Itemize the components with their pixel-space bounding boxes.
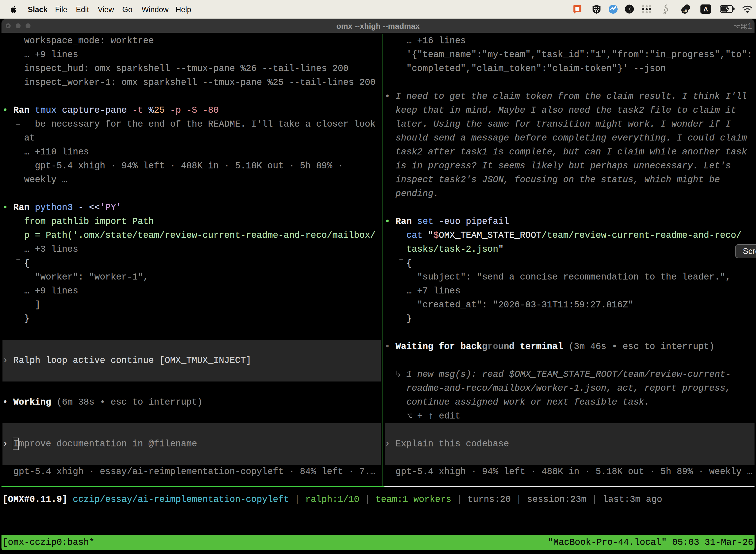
svg-text:A: A: [703, 5, 708, 13]
svg-text:..61: ..61: [683, 8, 689, 13]
